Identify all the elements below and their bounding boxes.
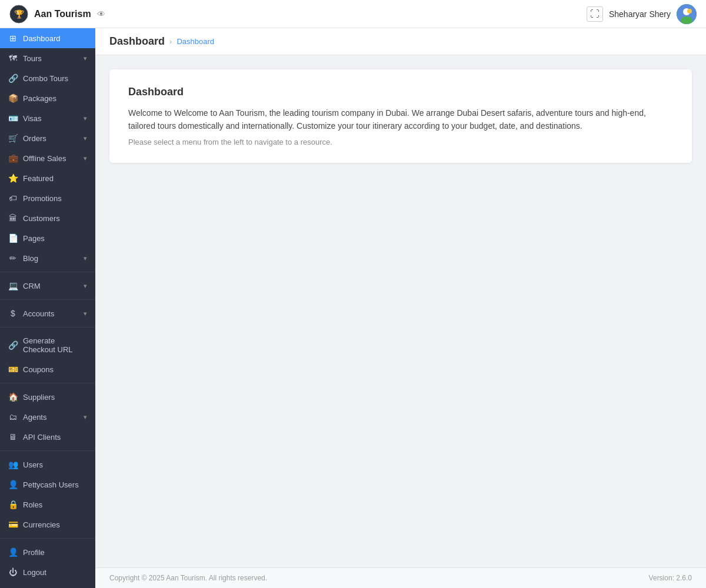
sidebar-item-logout[interactable]: ⏻ Logout xyxy=(0,562,95,582)
divider-3 xyxy=(0,327,95,328)
sidebar-item-label: Roles xyxy=(23,500,42,509)
sidebar-item-tours[interactable]: 🗺 Tours ▾ xyxy=(0,48,95,68)
sidebar-item-label: Featured xyxy=(23,174,54,183)
dashboard-hint: Please select a menu from the left to na… xyxy=(128,138,673,146)
suppliers-icon: 🏠 xyxy=(8,392,18,402)
sidebar-item-label: Offline Sales xyxy=(23,154,66,163)
breadcrumb-separator: › xyxy=(169,37,172,46)
sidebar-item-pettycash-users[interactable]: 👤 Pettycash Users xyxy=(0,475,95,495)
divider-6 xyxy=(0,538,95,539)
divider-2 xyxy=(0,299,95,300)
sidebar-item-label: Blog xyxy=(23,254,38,263)
sidebar-item-dashboard[interactable]: ⊞ Dashboard xyxy=(0,28,95,48)
sidebar-item-profile[interactable]: 👤 Profile xyxy=(0,542,95,562)
layout: ⊞ Dashboard 🗺 Tours ▾ 🔗 Combo Tours 📦 Pa… xyxy=(0,28,706,588)
pettycash-icon: 👤 xyxy=(8,480,18,489)
crm-icon: 💻 xyxy=(8,281,18,290)
sidebar-item-label: Visas xyxy=(23,114,42,123)
sidebar-item-label: Dashboard xyxy=(23,34,61,43)
sidebar-item-accounts[interactable]: $ Accounts ▾ xyxy=(0,303,95,323)
sidebar-item-label: Customers xyxy=(23,214,60,223)
sidebar-item-crm[interactable]: 💻 CRM ▾ xyxy=(0,276,95,296)
sidebar-item-pages[interactable]: 📄 Pages xyxy=(0,228,95,248)
chevron-icon: ▾ xyxy=(84,55,87,62)
sidebar-item-coupons[interactable]: 🎫 Coupons xyxy=(0,359,95,379)
sidebar: ⊞ Dashboard 🗺 Tours ▾ 🔗 Combo Tours 📦 Pa… xyxy=(0,28,95,588)
sidebar-item-api-clients[interactable]: 🖥 API Clients xyxy=(0,427,95,447)
sidebar-item-promotions[interactable]: 🏷 Promotions xyxy=(0,188,95,208)
fullscreen-icon[interactable]: ⛶ xyxy=(587,6,603,22)
divider-4 xyxy=(0,383,95,383)
sidebar-item-label: Combo Tours xyxy=(23,74,68,83)
chevron-icon: ▾ xyxy=(84,255,87,262)
main-content: Dashboard › Dashboard Dashboard Welcome … xyxy=(95,28,706,588)
app-name: Aan Tourism xyxy=(34,9,91,19)
sidebar-item-visas[interactable]: 🪪 Visas ▾ xyxy=(0,108,95,128)
footer-copyright: Copyright © 2025 Aan Tourism. All rights… xyxy=(109,574,267,582)
page-footer: Copyright © 2025 Aan Tourism. All rights… xyxy=(95,567,706,588)
sidebar-item-blog[interactable]: ✏ Blog ▾ xyxy=(0,248,95,268)
sidebar-item-label: API Clients xyxy=(23,433,61,442)
accounts-icon: $ xyxy=(8,309,18,318)
chevron-icon: ▾ xyxy=(84,135,87,142)
page-title: Dashboard xyxy=(109,35,165,48)
roles-icon: 🔒 xyxy=(8,500,18,509)
sidebar-item-label: Packages xyxy=(23,94,56,103)
packages-icon: 📦 xyxy=(8,93,18,103)
pages-icon: 📄 xyxy=(8,233,18,243)
offline-sales-icon: 💼 xyxy=(8,153,18,163)
currencies-icon: 💳 xyxy=(8,520,18,529)
featured-icon: ⭐ xyxy=(8,173,18,183)
sidebar-item-packages[interactable]: 📦 Packages xyxy=(0,88,95,108)
agents-icon: 🗂 xyxy=(8,412,18,422)
sidebar-item-label: Currencies xyxy=(23,520,60,529)
sidebar-item-label: Suppliers xyxy=(23,393,55,402)
dashboard-card-title: Dashboard xyxy=(128,86,673,98)
sidebar-item-featured[interactable]: ⭐ Featured xyxy=(0,168,95,188)
api-clients-icon: 🖥 xyxy=(8,432,18,442)
chevron-icon: ▾ xyxy=(84,282,87,290)
sidebar-item-label: Profile xyxy=(23,548,45,557)
sidebar-item-customers[interactable]: 🏛 Customers xyxy=(0,208,95,228)
sidebar-item-label: Users xyxy=(23,460,43,469)
profile-icon: 👤 xyxy=(8,547,18,557)
orders-icon: 🛒 xyxy=(8,133,18,143)
chevron-icon: ▾ xyxy=(84,310,87,318)
sidebar-item-label: CRM xyxy=(23,282,41,290)
dashboard-card: Dashboard Welcome to Welcome to Aan Tour… xyxy=(109,69,692,163)
checkout-icon: 🔗 xyxy=(8,340,18,350)
topbar: 🏆 Aan Tourism 👁 ⛶ Sheharyar Shery xyxy=(0,0,706,28)
sidebar-item-label: Tours xyxy=(23,54,42,63)
visas-icon: 🪪 xyxy=(8,113,18,123)
username-label: Sheharyar Shery xyxy=(609,9,671,19)
customers-icon: 🏛 xyxy=(8,213,18,223)
topbar-right: ⛶ Sheharyar Shery xyxy=(587,4,697,24)
sidebar-item-offline-sales[interactable]: 💼 Offline Sales ▾ xyxy=(0,148,95,168)
sidebar-item-suppliers[interactable]: 🏠 Suppliers xyxy=(0,387,95,407)
combo-tours-icon: 🔗 xyxy=(8,74,18,83)
sidebar-item-label: Pettycash Users xyxy=(23,480,79,489)
dashboard-description: Welcome to Welcome to Aan Tourism, the l… xyxy=(128,106,673,133)
avatar[interactable] xyxy=(677,4,697,24)
chevron-icon: ▾ xyxy=(84,155,87,162)
divider-1 xyxy=(0,272,95,272)
sidebar-item-generate-checkout[interactable]: 🔗 Generate Checkout URL xyxy=(0,331,95,359)
page-header: Dashboard › Dashboard xyxy=(95,28,706,55)
blog-icon: ✏ xyxy=(8,253,18,263)
app-logo: 🏆 xyxy=(9,5,28,24)
footer-version: Version: 2.6.0 xyxy=(649,574,692,582)
sidebar-item-users[interactable]: 👥 Users xyxy=(0,455,95,475)
sidebar-item-currencies[interactable]: 💳 Currencies xyxy=(0,514,95,534)
divider-5 xyxy=(0,450,95,451)
sidebar-item-orders[interactable]: 🛒 Orders ▾ xyxy=(0,128,95,148)
sidebar-item-label: Accounts xyxy=(23,309,54,318)
topbar-left: 🏆 Aan Tourism 👁 xyxy=(9,5,105,24)
sidebar-item-combo-tours[interactable]: 🔗 Combo Tours xyxy=(0,68,95,88)
sidebar-item-roles[interactable]: 🔒 Roles xyxy=(0,495,95,514)
sidebar-item-agents[interactable]: 🗂 Agents ▾ xyxy=(0,407,95,427)
content-area: Dashboard Welcome to Welcome to Aan Tour… xyxy=(95,55,706,567)
visibility-icon[interactable]: 👁 xyxy=(97,9,105,19)
dashboard-icon: ⊞ xyxy=(8,34,18,43)
breadcrumb-link[interactable]: Dashboard xyxy=(176,37,214,46)
sidebar-item-label: Orders xyxy=(23,134,46,143)
